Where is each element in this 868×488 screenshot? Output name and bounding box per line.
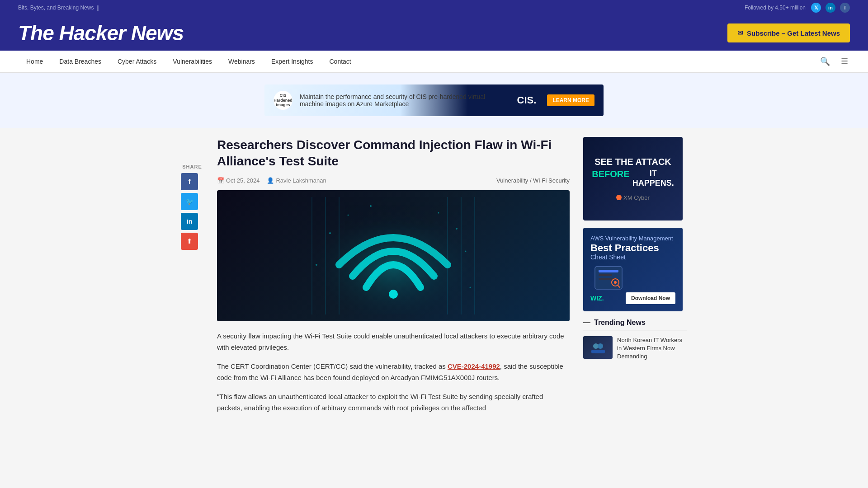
- article-author: 👤 Ravie Lakshmanan: [267, 177, 326, 184]
- article-paragraph-1: A security flaw impacting the Wi-Fi Test…: [217, 330, 570, 353]
- sidebar-ad-aws[interactable]: AWS Vulnerability Management Best Practi…: [583, 228, 683, 311]
- xm-cyber-brand: XM Cyber: [616, 194, 650, 201]
- top-bar-right: Followed by 4.50+ million 𝕏 in f: [745, 3, 850, 13]
- article-category[interactable]: Vulnerability / Wi-Fi Security: [496, 177, 570, 184]
- nav-links: Home Data Breaches Cyber Attacks Vulnera…: [18, 51, 359, 72]
- ad-banner[interactable]: CISHardenedImages Maintain the performan…: [264, 84, 604, 116]
- trending-title: — Trending News: [583, 319, 687, 331]
- share-label: SHARE: [181, 164, 203, 169]
- share-facebook-button[interactable]: f: [181, 173, 198, 190]
- envelope-icon: ✉: [737, 29, 743, 37]
- trending-section: — Trending News North Korean IT Workers …: [583, 319, 687, 361]
- nav-actions: 🔍 ☰: [818, 55, 850, 68]
- cve-link[interactable]: CVE-2024-41992: [448, 362, 500, 370]
- sidebar: SEE THE ATTACK BEFORE IT HAPPENS. XM Cyb…: [583, 137, 687, 421]
- trending-thumbnail: [583, 336, 613, 359]
- share-linkedin-button[interactable]: in: [181, 213, 198, 230]
- site-header: The Hacker News ✉ Subscribe – Get Latest…: [0, 15, 868, 51]
- main-container: SHARE f 🐦 in ⬆ Researchers Discover Comm…: [163, 128, 705, 430]
- svg-rect-25: [591, 350, 605, 353]
- ad-cis-logo: CIS.: [517, 94, 537, 106]
- article-paragraph-2: The CERT Coordination Center (CERT/CC) s…: [217, 361, 570, 384]
- cis-logo: CISHardenedImages: [274, 91, 292, 110]
- svg-point-11: [438, 212, 439, 213]
- aws-line1: AWS Vulnerability Management: [590, 235, 675, 242]
- menu-button[interactable]: ☰: [839, 55, 850, 68]
- nav-expert-insights[interactable]: Expert Insights: [263, 51, 321, 72]
- svg-rect-18: [599, 274, 612, 276]
- trending-item[interactable]: North Korean IT Workers in Western Firms…: [583, 336, 687, 361]
- svg-point-7: [389, 290, 398, 299]
- followers-text: Followed by 4.50+ million: [745, 5, 806, 11]
- trending-thumb-icon: [589, 341, 607, 354]
- svg-point-14: [316, 264, 317, 266]
- calendar-icon: 📅: [217, 177, 224, 184]
- tagline-text: Bits, Bytes, and Breaking News: [18, 5, 94, 11]
- sidebar-ad-xm-cyber[interactable]: SEE THE ATTACK BEFORE IT HAPPENS. XM Cyb…: [583, 137, 683, 221]
- site-title[interactable]: The Hacker News: [18, 21, 184, 45]
- facebook-icon[interactable]: f: [840, 3, 850, 13]
- svg-point-15: [470, 286, 471, 288]
- nav-contact[interactable]: Contact: [321, 51, 359, 72]
- svg-point-10: [370, 205, 372, 207]
- svg-point-21: [614, 281, 617, 284]
- article-title: Researchers Discover Command Injection F…: [217, 137, 570, 170]
- tagline-separator: ‖: [96, 5, 99, 11]
- meta-left: 📅 Oct 25, 2024 👤 Ravie Lakshmanan: [217, 177, 326, 184]
- top-bar: Bits, Bytes, and Breaking News ‖ Followe…: [0, 0, 868, 15]
- date-text: Oct 25, 2024: [226, 177, 259, 184]
- xm-cyber-line2: BEFORE: [592, 169, 629, 188]
- nav-home[interactable]: Home: [18, 51, 51, 72]
- trending-dash: —: [583, 319, 590, 327]
- article-paragraph-3: "This flaw allows an unauthenticated loc…: [217, 391, 570, 414]
- article-date: 📅 Oct 25, 2024: [217, 177, 259, 184]
- svg-point-8: [329, 232, 331, 234]
- nav-data-breaches[interactable]: Data Breaches: [51, 51, 109, 72]
- share-sidebar: SHARE f 🐦 in ⬆: [181, 137, 203, 421]
- author-name: Ravie Lakshmanan: [276, 177, 326, 184]
- xm-cyber-line1: SEE THE ATTACK: [594, 157, 671, 167]
- article-meta: 📅 Oct 25, 2024 👤 Ravie Lakshmanan Vulner…: [217, 177, 570, 184]
- search-button[interactable]: 🔍: [818, 55, 832, 68]
- article-body: A security flaw impacting the Wi-Fi Test…: [217, 330, 570, 414]
- subscribe-label: Subscribe – Get Latest News: [747, 29, 840, 37]
- aws-line3: Cheat Sheet: [590, 253, 675, 261]
- wifi-visualization: [303, 197, 484, 314]
- share-other-button[interactable]: ⬆: [181, 233, 198, 250]
- aws-cheatsheet-icon: [590, 264, 627, 291]
- xm-cyber-line3: IT HAPPENS.: [632, 169, 674, 188]
- article-hero-image: [217, 190, 570, 321]
- nav-vulnerabilities[interactable]: Vulnerabilities: [165, 51, 220, 72]
- share-twitter-button[interactable]: 🐦: [181, 193, 198, 210]
- social-icons: 𝕏 in f: [811, 3, 850, 13]
- main-nav: Home Data Breaches Cyber Attacks Vulnera…: [0, 51, 868, 73]
- author-icon: 👤: [267, 177, 274, 184]
- svg-point-24: [598, 343, 603, 349]
- svg-point-13: [465, 250, 467, 252]
- trending-title-text: Trending News: [594, 319, 646, 327]
- nav-webinars[interactable]: Webinars: [220, 51, 263, 72]
- xm-cyber-brand-text: XM Cyber: [623, 194, 650, 201]
- top-bar-tagline: Bits, Bytes, and Breaking News ‖: [18, 5, 99, 11]
- nav-cyber-attacks[interactable]: Cyber Attacks: [109, 51, 165, 72]
- subscribe-button[interactable]: ✉ Subscribe – Get Latest News: [727, 23, 850, 42]
- aws-line2: Best Practices: [590, 243, 675, 253]
- svg-point-12: [456, 228, 458, 230]
- ad-learn-more-button[interactable]: LEARN MORE: [547, 94, 594, 106]
- trending-item-title: North Korean IT Workers in Western Firms…: [617, 336, 687, 361]
- linkedin-icon[interactable]: in: [826, 3, 835, 13]
- svg-rect-17: [599, 270, 618, 272]
- article-content: Researchers Discover Command Injection F…: [217, 137, 570, 421]
- ad-text: Maintain the performance and security of…: [300, 93, 510, 108]
- svg-point-9: [348, 214, 349, 216]
- twitter-icon[interactable]: 𝕏: [811, 3, 821, 13]
- wiz-brand: WIZ.: [590, 295, 604, 302]
- aws-download-button[interactable]: Download Now: [626, 292, 675, 304]
